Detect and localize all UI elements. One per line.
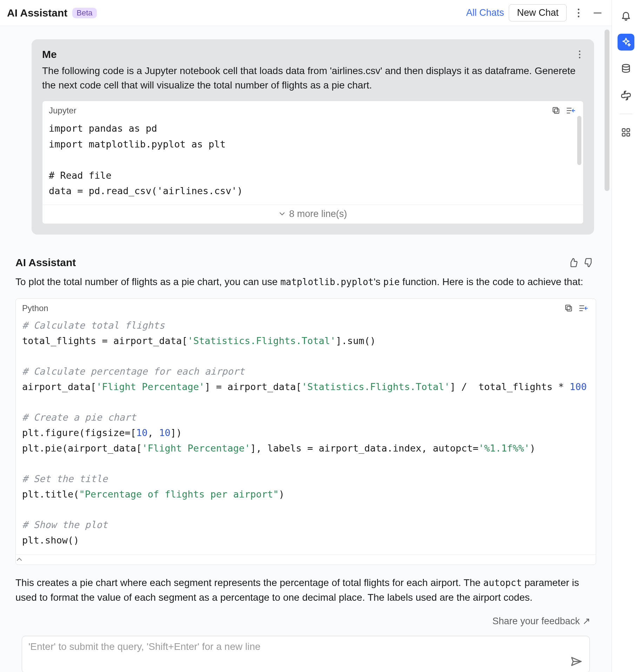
message-menu-icon[interactable] [576,49,584,60]
insert-code-icon[interactable] [565,105,577,117]
svg-point-5 [579,54,580,55]
code-scrollbar[interactable] [577,116,581,165]
svg-point-2 [578,15,580,17]
assistant-intro-text: To plot the total number of flights as a… [15,275,596,289]
user-message: Me The following code is a Jupyter noteb… [32,39,594,235]
copy-icon[interactable] [550,105,562,117]
svg-rect-13 [566,305,570,310]
minimize-icon[interactable] [591,6,605,20]
user-label: Me [42,48,57,60]
svg-point-20 [627,98,627,99]
assistant-label: AI Assistant [15,257,76,269]
svg-point-6 [579,57,580,58]
assistant-outro-text: This creates a pie chart where each segm… [15,575,596,605]
app-title: AI Assistant [7,7,67,19]
svg-point-1 [578,12,580,14]
svg-rect-12 [567,307,572,311]
user-code: import pandas as pd import matplotlib.py… [42,119,583,205]
thumbs-down-icon[interactable] [582,256,596,270]
svg-rect-22 [627,129,629,132]
ai-assistant-tab-icon[interactable] [618,34,634,51]
right-toolbar [612,0,640,672]
rail-divider [620,114,632,114]
svg-rect-7 [554,109,559,113]
svg-point-19 [625,92,625,93]
header: AI Assistant Beta All Chats New Chat [0,0,612,26]
assistant-code: # Calculate total flights total_flights … [16,316,596,554]
kebab-menu-icon[interactable] [572,6,586,20]
more-tools-icon[interactable] [618,124,634,141]
new-chat-button[interactable]: New Chat [509,4,567,21]
all-chats-link[interactable]: All Chats [466,7,504,18]
chat-input[interactable]: 'Enter' to submit the query, 'Shift+Ente… [22,636,590,672]
code-language-label: Python [22,303,48,313]
svg-point-18 [622,65,629,67]
python-icon[interactable] [618,87,634,104]
thumbs-up-icon[interactable] [566,256,580,270]
main-scrollbar[interactable] [605,29,609,191]
send-icon[interactable] [568,654,584,669]
svg-point-4 [579,51,580,52]
copy-icon[interactable] [563,302,575,314]
notifications-icon[interactable] [618,7,634,24]
code-language-label: Jupyter [49,106,76,116]
assistant-code-block: Python # Calculate total flights total_f… [15,298,596,565]
chat-input-placeholder: 'Enter' to submit the query, 'Shift+Ente… [28,641,260,652]
svg-rect-23 [622,133,625,136]
svg-rect-8 [553,107,558,112]
svg-rect-21 [622,129,625,132]
expand-code-button[interactable]: 8 more line(s) [42,205,583,224]
share-feedback-link[interactable]: Share your feedback ↗ [492,616,591,626]
assistant-message: AI Assistant To plot the total number of… [14,256,598,605]
collapse-code-button[interactable] [16,554,596,565]
user-message-text: The following code is a Jupyter notebook… [42,64,584,92]
user-code-block: Jupyter import pandas as pd import matpl… [42,101,584,224]
svg-point-0 [578,8,580,10]
database-icon[interactable] [618,60,634,77]
beta-badge: Beta [72,8,96,18]
insert-code-icon[interactable] [578,302,589,314]
svg-rect-24 [627,133,629,136]
